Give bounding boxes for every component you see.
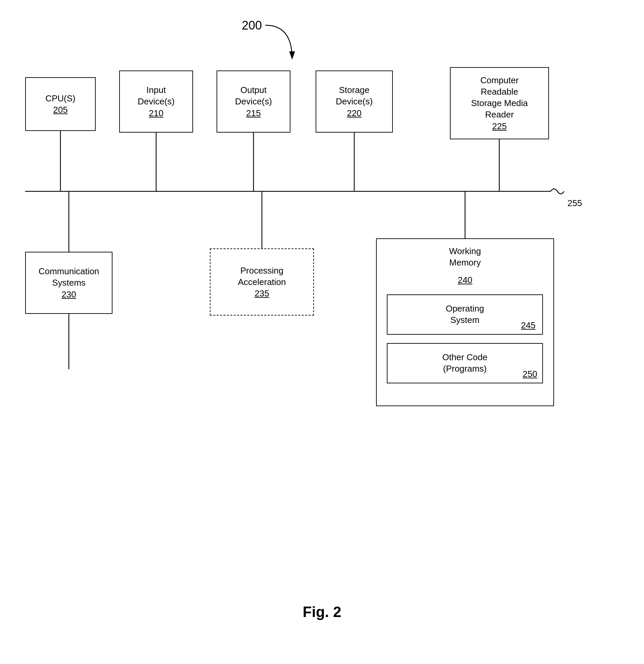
output-label: OutputDevice(s) (235, 85, 272, 107)
figure-caption: Fig. 2 (0, 604, 644, 620)
input-number: 210 (149, 108, 163, 119)
csm-reader-box: ComputerReadableStorage MediaReader 225 (450, 67, 549, 139)
working-mem-label: WorkingMemory (377, 246, 553, 269)
csm-reader-number: 225 (492, 121, 507, 131)
comm-number: 230 (61, 289, 76, 300)
diagram-number: 200 (242, 18, 262, 33)
diagram: 200 CPU(S) 205 InputDevice(s) 210 Output… (0, 0, 644, 664)
proc-accel-number: 235 (254, 288, 269, 299)
os-number: 245 (521, 320, 536, 331)
comm-label: CommunicationSystems (39, 266, 99, 289)
os-box: OperatingSystem 245 (387, 294, 543, 335)
input-label: InputDevice(s) (138, 85, 174, 107)
storage-box: StorageDevice(s) 220 (316, 70, 393, 132)
cpu-label: CPU(S) (45, 93, 76, 104)
working-mem-number: 240 (377, 275, 553, 285)
proc-accel-box: ProcessingAcceleration 235 (210, 248, 314, 315)
other-code-number: 250 (523, 369, 537, 379)
cpu-box: CPU(S) 205 (25, 77, 96, 131)
input-box: InputDevice(s) 210 (119, 70, 193, 132)
other-code-label: Other Code(Programs) (442, 352, 487, 375)
storage-label: StorageDevice(s) (336, 85, 373, 107)
cpu-number: 205 (53, 105, 67, 115)
bus-number-label: 255 (567, 198, 582, 208)
csm-reader-label: ComputerReadableStorage MediaReader (471, 75, 528, 120)
storage-number: 220 (347, 108, 361, 119)
other-code-box: Other Code(Programs) 250 (387, 343, 543, 383)
working-mem-box: WorkingMemory 240 OperatingSystem 245 Ot… (376, 238, 554, 406)
output-number: 215 (246, 108, 261, 119)
comm-box: CommunicationSystems 230 (25, 252, 112, 314)
proc-accel-label: ProcessingAcceleration (238, 265, 286, 288)
os-label: OperatingSystem (445, 303, 484, 326)
output-box: OutputDevice(s) 215 (216, 70, 290, 132)
